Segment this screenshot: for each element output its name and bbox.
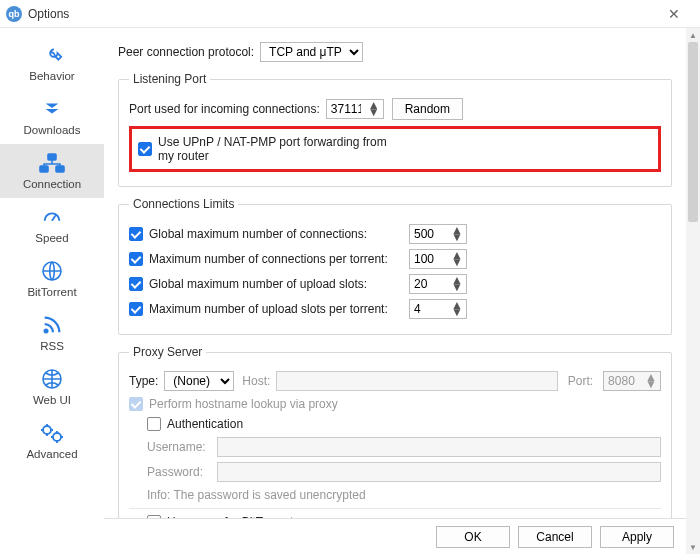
scroll-thumb[interactable] [688, 42, 698, 222]
sidebar-item-behavior[interactable]: Behavior [0, 36, 104, 90]
window-title: Options [28, 7, 654, 21]
torrent-max-conn-checkbox[interactable] [129, 252, 143, 266]
listening-port-label: Port used for incoming connections: [129, 102, 320, 116]
listening-port-row: Port used for incoming connections: ▲▼ R… [129, 98, 661, 120]
proxy-auth-checkbox[interactable] [147, 417, 161, 431]
cancel-button[interactable]: Cancel [518, 526, 592, 548]
close-button[interactable]: ✕ [654, 6, 694, 22]
download-icon [36, 96, 68, 122]
svg-point-7 [53, 433, 61, 441]
upnp-label: Use UPnP / NAT-PMP port forwarding from … [158, 135, 398, 163]
proxy-username-row: Username: [147, 437, 661, 457]
proxy-type-row: Type: (None) Host: Port: ▲▼ [129, 371, 661, 391]
content: Behavior Downloads Connection Speed BitT… [0, 28, 700, 554]
sidebar-item-rss[interactable]: RSS [0, 306, 104, 360]
titlebar: qb Options ✕ [0, 0, 700, 28]
global-max-slots-row: Global maximum number of upload slots: ▲… [129, 274, 661, 294]
connections-limits-legend: Connections Limits [129, 197, 238, 211]
svg-rect-0 [48, 154, 56, 160]
proxy-type-select[interactable]: (None) [164, 371, 234, 391]
connections-limits-group: Connections Limits Global maximum number… [118, 197, 672, 335]
svg-rect-1 [40, 166, 48, 172]
global-max-conn-row: Global maximum number of connections: ▲▼ [129, 224, 661, 244]
upnp-row: Use UPnP / NAT-PMP port forwarding from … [138, 135, 398, 163]
peer-protocol-select[interactable]: TCP and μTP [260, 42, 363, 62]
network-icon [36, 150, 68, 176]
spinner-arrows-icon[interactable]: ▲▼ [448, 252, 466, 266]
proxy-type-label: Type: [129, 374, 158, 388]
globe-grid-icon [36, 366, 68, 392]
ok-button[interactable]: OK [436, 526, 510, 548]
upnp-checkbox[interactable] [138, 142, 152, 156]
sidebar-item-connection[interactable]: Connection [0, 144, 104, 198]
torrent-max-slots-input[interactable]: ▲▼ [409, 299, 467, 319]
peer-protocol-row: Peer connection protocol: TCP and μTP [118, 42, 672, 62]
wrench-icon [36, 42, 68, 68]
svg-point-6 [43, 426, 51, 434]
apply-button[interactable]: Apply [600, 526, 674, 548]
svg-rect-2 [56, 166, 64, 172]
svg-point-4 [45, 330, 48, 333]
globe-icon [36, 258, 68, 284]
proxy-host-input[interactable] [276, 371, 557, 391]
main-scroll: Peer connection protocol: TCP and μTP Li… [104, 28, 686, 518]
highlight-box: Use UPnP / NAT-PMP port forwarding from … [129, 126, 661, 172]
listening-port-legend: Listening Port [129, 72, 210, 86]
sidebar: Behavior Downloads Connection Speed BitT… [0, 28, 104, 554]
proxy-auth-row: Authentication [147, 417, 661, 431]
torrent-max-conn-row: Maximum number of connections per torren… [129, 249, 661, 269]
divider [129, 508, 661, 509]
listening-port-group: Listening Port Port used for incoming co… [118, 72, 672, 187]
sidebar-item-bittorrent[interactable]: BitTorrent [0, 252, 104, 306]
global-max-slots-input[interactable]: ▲▼ [409, 274, 467, 294]
spinner-arrows-icon[interactable]: ▲▼ [448, 277, 466, 291]
sidebar-item-downloads[interactable]: Downloads [0, 90, 104, 144]
app-icon: qb [6, 6, 22, 22]
footer: OK Cancel Apply [104, 518, 686, 554]
scroll-track[interactable] [686, 42, 700, 540]
torrent-max-slots-checkbox[interactable] [129, 302, 143, 316]
listening-port-input[interactable]: ▲▼ [326, 99, 384, 119]
proxy-password-row: Password: [147, 462, 661, 482]
proxy-username-input[interactable] [217, 437, 661, 457]
spinner-arrows-icon[interactable]: ▲▼ [448, 227, 466, 241]
proxy-port-input[interactable]: ▲▼ [603, 371, 661, 391]
global-max-conn-checkbox[interactable] [129, 227, 143, 241]
sidebar-item-speed[interactable]: Speed [0, 198, 104, 252]
gears-icon [36, 420, 68, 446]
proxy-lookup-row: Perform hostname lookup via proxy [129, 397, 661, 411]
sidebar-item-advanced[interactable]: Advanced [0, 414, 104, 468]
random-port-button[interactable]: Random [392, 98, 463, 120]
global-max-conn-input[interactable]: ▲▼ [409, 224, 467, 244]
proxy-password-input[interactable] [217, 462, 661, 482]
spinner-arrows-icon[interactable]: ▲▼ [365, 102, 383, 116]
global-max-slots-checkbox[interactable] [129, 277, 143, 291]
scroll-up-icon[interactable]: ▲ [686, 28, 700, 42]
rss-icon [36, 312, 68, 338]
spinner-arrows-icon[interactable]: ▲▼ [448, 302, 466, 316]
spinner-arrows-icon[interactable]: ▲▼ [642, 374, 660, 388]
peer-protocol-label: Peer connection protocol: [118, 45, 254, 59]
proxy-host-label: Host: [242, 374, 270, 388]
proxy-server-legend: Proxy Server [129, 345, 206, 359]
main: Peer connection protocol: TCP and μTP Li… [104, 28, 686, 554]
proxy-server-group: Proxy Server Type: (None) Host: Port: ▲▼… [118, 345, 672, 518]
vertical-scrollbar[interactable]: ▲ ▼ [686, 28, 700, 554]
proxy-info-text: Info: The password is saved unencrypted [147, 488, 661, 502]
proxy-lookup-checkbox [129, 397, 143, 411]
torrent-max-slots-row: Maximum number of upload slots per torre… [129, 299, 661, 319]
gauge-icon [36, 204, 68, 230]
sidebar-item-webui[interactable]: Web UI [0, 360, 104, 414]
scroll-down-icon[interactable]: ▼ [686, 540, 700, 554]
proxy-port-label: Port: [568, 374, 593, 388]
main-wrap: Peer connection protocol: TCP and μTP Li… [104, 28, 700, 554]
torrent-max-conn-input[interactable]: ▲▼ [409, 249, 467, 269]
